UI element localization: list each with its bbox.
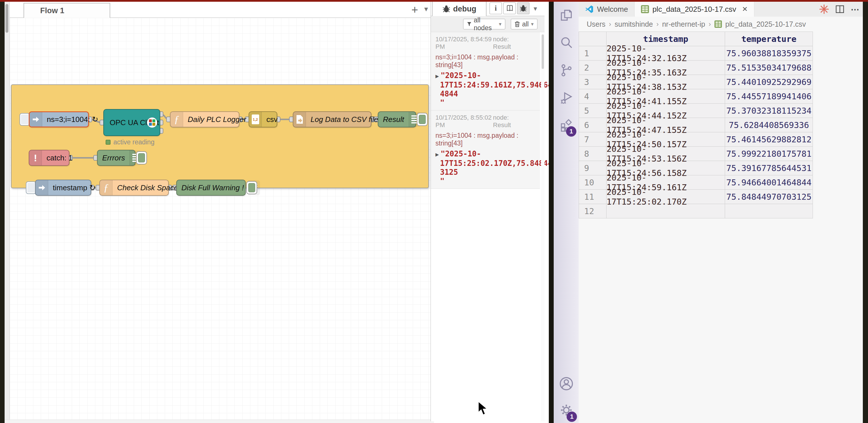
cell-temperature[interactable]: 75.6284408569336 xyxy=(725,118,813,132)
table-row[interactable]: 12 xyxy=(579,204,813,218)
cell-timestamp[interactable] xyxy=(607,204,725,218)
clear-messages-button[interactable]: all ▾ xyxy=(510,19,538,30)
tab-flow-1[interactable]: Flow 1 xyxy=(24,3,110,18)
breadcrumb-item-file[interactable]: plc_data_2025-10-17.csv xyxy=(725,20,806,28)
more-actions-icon[interactable]: ⋯ xyxy=(851,4,860,14)
split-editor-icon[interactable] xyxy=(835,5,844,14)
filter-nodes-button[interactable]: all nodes ▾ xyxy=(463,19,505,30)
debug-message-payload[interactable]: ▶"2025-10-17T15:25:02.170Z,75.8484497070… xyxy=(435,150,536,186)
debug-scrollbar[interactable] xyxy=(541,32,545,421)
bug-icon xyxy=(442,5,451,12)
search-icon[interactable] xyxy=(554,33,579,53)
breadcrumb[interactable]: Users › sumitshinde › nr-ethernet-ip › p… xyxy=(579,17,863,32)
row-number: 6 xyxy=(579,118,607,132)
node-label: Errrors xyxy=(98,154,129,162)
node-label: Check Disk Space xyxy=(113,183,183,192)
tab-welcome[interactable]: Welcome xyxy=(579,2,634,17)
palette-scrollbar-thumb[interactable] xyxy=(5,4,8,33)
cell-temperature[interactable]: 75.39167785644531 xyxy=(725,161,813,175)
debug-message[interactable]: 10/17/2025, 8:54:59 PMnode: Resultns=3;i… xyxy=(431,32,540,110)
extensions-icon[interactable]: 1 xyxy=(554,116,579,135)
function-node-check-disk[interactable]: ƒ Check Disk Space xyxy=(99,180,169,196)
cell-temperature[interactable]: 75.94664001464844 xyxy=(725,175,813,190)
node-label: catch: 1 xyxy=(42,154,77,162)
canvas-hscrollbar[interactable] xyxy=(5,420,434,423)
breadcrumb-item[interactable]: sumitshinde xyxy=(615,20,653,28)
inject-arrow-icon xyxy=(36,180,48,195)
editor-area: Welcome plc_data_2025-10-17.csv ✕ ⋯ User… xyxy=(579,2,863,423)
help-button[interactable] xyxy=(503,2,516,14)
csv-node[interactable]: 1,2 csv xyxy=(249,111,277,127)
vscode-logo-icon xyxy=(585,5,594,13)
debug-tab-label: debug xyxy=(453,5,476,13)
spreadsheet-icon xyxy=(714,20,722,28)
inject-button[interactable] xyxy=(26,182,36,194)
cell-temperature[interactable]: 75.84844970703125 xyxy=(725,190,813,204)
explorer-icon[interactable] xyxy=(554,5,579,25)
debug-node-errors[interactable]: Errrors xyxy=(97,150,135,166)
debug-filter-button[interactable] xyxy=(517,2,530,14)
row-number: 8 xyxy=(579,147,607,161)
tab-csv-file[interactable]: plc_data_2025-10-17.csv ✕ xyxy=(634,2,754,17)
expand-payload-icon[interactable]: ▶ xyxy=(435,151,439,158)
settings-gear-icon[interactable]: 1 xyxy=(554,400,579,420)
expand-payload-icon[interactable]: ▶ xyxy=(435,73,439,79)
breadcrumb-item[interactable]: nr-ethernet-ip xyxy=(662,20,705,28)
tab-label: plc_data_2025-10-17.csv xyxy=(652,5,736,14)
debug-node-result[interactable]: Result xyxy=(378,111,416,127)
debug-message-payload[interactable]: ▶"2025-10-17T15:24:59.161Z,75.9466400146… xyxy=(435,71,536,107)
flow-group[interactable] xyxy=(11,85,429,188)
trash-icon xyxy=(515,21,520,27)
bug-icon xyxy=(520,5,527,12)
vscode-window: 1 1 Welcome plc_data_2025-10-17.csv ✕ xyxy=(554,2,863,423)
sidebar-menu-caret-icon[interactable]: ▾ xyxy=(534,5,537,12)
extension-starburst-icon[interactable] xyxy=(819,4,829,14)
debug-node-disk-full[interactable]: Disk Full Warning ! xyxy=(176,180,246,196)
status-dot-icon xyxy=(105,140,111,144)
debug-toggle-button[interactable] xyxy=(246,181,257,194)
cell-temperature[interactable] xyxy=(725,204,813,218)
source-control-icon[interactable] xyxy=(554,60,579,80)
catch-node[interactable]: ! catch: 1 xyxy=(29,150,69,166)
inject-button[interactable] xyxy=(20,113,30,126)
debug-tabbar: debug i ▾ xyxy=(431,0,545,16)
settings-badge: 1 xyxy=(567,412,577,422)
flow-canvas[interactable] xyxy=(10,18,431,420)
flow-list-caret-icon[interactable]: ▾ xyxy=(424,5,428,13)
debug-toggle-button[interactable] xyxy=(136,151,147,164)
info-button[interactable]: i xyxy=(489,2,502,14)
table-row[interactable]: 112025-10-17T15:25:02.170Z75.84844970703… xyxy=(579,190,813,204)
cell-temperature[interactable]: 75.51535034179688 xyxy=(725,61,813,75)
debug-toggle-button[interactable] xyxy=(417,113,428,126)
palette-scrollbar[interactable] xyxy=(5,2,10,423)
add-flow-button[interactable]: + xyxy=(408,3,422,16)
function-node-daily-plc-logger[interactable]: ƒ Daily PLC Logger xyxy=(170,111,239,127)
cell-temperature[interactable]: 75.96038818359375 xyxy=(725,46,813,61)
inject-node-timestamp[interactable]: timestamp ↻ xyxy=(35,180,91,196)
opcua-client-node[interactable]: OPC UA Client xyxy=(103,109,160,136)
tab-debug[interactable]: debug xyxy=(432,1,487,16)
debug-message[interactable]: 10/17/2025, 8:55:02 PMnode: Resultns=3;i… xyxy=(431,110,540,189)
breadcrumb-item[interactable]: Users xyxy=(587,20,606,28)
inject-node-plc[interactable]: ns=3;i=1004: ↻ xyxy=(29,111,89,127)
account-icon[interactable] xyxy=(554,373,579,394)
cell-temperature[interactable]: 75.46145629882812 xyxy=(725,132,813,147)
editor-tabbar: Welcome plc_data_2025-10-17.csv ✕ ⋯ xyxy=(579,2,863,17)
mouse-cursor xyxy=(477,401,489,417)
cell-temperature[interactable]: 75.37032318115234 xyxy=(725,104,813,118)
node-label: timestamp ↻ xyxy=(48,183,100,192)
cell-temperature[interactable]: 75.44557189941406 xyxy=(725,89,813,104)
cell-temperature[interactable]: 75.44010925292969 xyxy=(725,75,813,89)
status-text: active reading xyxy=(113,138,154,146)
opcua-logo-icon xyxy=(147,118,157,128)
function-icon: ƒ xyxy=(100,180,113,195)
exclamation-icon: ! xyxy=(29,151,42,165)
file-node-log-data[interactable]: Log Data to CSV file xyxy=(293,111,371,127)
flow-tab-label: Flow 1 xyxy=(40,6,64,15)
run-debug-icon[interactable] xyxy=(554,88,579,108)
cell-temperature[interactable]: 75.99922180175781 xyxy=(725,147,813,161)
cell-timestamp[interactable]: 2025-10-17T15:25:02.170Z xyxy=(607,190,725,204)
chevron-right-icon: › xyxy=(609,20,611,28)
window-gap xyxy=(549,0,554,423)
close-tab-icon[interactable]: ✕ xyxy=(742,5,748,13)
